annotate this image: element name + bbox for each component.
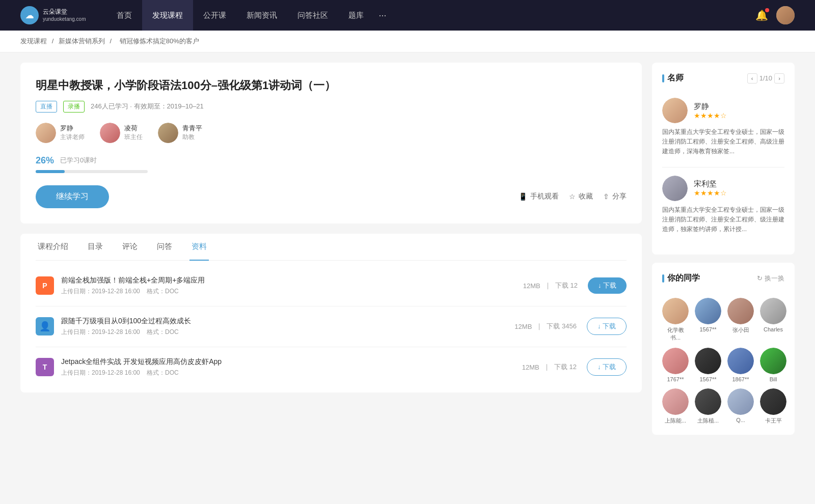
next-teacher-btn[interactable]: › <box>774 73 784 83</box>
teacher-page-num: 1/10 <box>759 74 772 82</box>
content-area: 明星中教授课，小学阶段语法100分–强化级第1讲动词（一） 直播 录播 246人… <box>20 63 642 443</box>
student-6-avatar <box>695 348 721 374</box>
action-buttons: 📱 手机观看 ☆ 收藏 ⇧ 分享 <box>519 192 627 201</box>
nav-qa[interactable]: 问答社区 <box>287 0 338 31</box>
download-button-2[interactable]: ↓ 下载 <box>587 318 627 335</box>
main-container: 明星中教授课，小学阶段语法100分–强化级第1讲动词（一） 直播 录播 246人… <box>0 52 815 453</box>
progress-bar-fill <box>36 170 65 173</box>
student-3-avatar <box>727 298 754 324</box>
student-12[interactable]: 卡王平 <box>760 388 786 425</box>
breadcrumb-discover[interactable]: 发现课程 <box>20 37 47 45</box>
resource-icon-2: 👤 <box>36 317 54 335</box>
resource-title-1: 前端全栈加强版！前端全栈+全周期+多端应用 <box>61 276 523 285</box>
student-5[interactable]: 1767** <box>662 348 689 382</box>
student-7[interactable]: 1867** <box>727 348 754 382</box>
resource-size-1: 12MB <box>523 282 540 290</box>
resource-sep-1: ｜ <box>545 281 551 290</box>
download-button-3[interactable]: ↓ 下载 <box>587 358 627 376</box>
student-2[interactable]: 1567** <box>695 298 721 342</box>
teachers-list: 罗静 主讲老师 凌荷 班主任 <box>36 123 627 143</box>
nav-discover[interactable]: 发现课程 <box>142 0 193 31</box>
tab-review[interactable]: 评论 <box>120 234 140 261</box>
teacher-3: 青青平 助教 <box>158 123 202 143</box>
resource-info-1: 前端全栈加强版！前端全栈+全周期+多端应用 上传日期：2019-12-28 16… <box>61 276 523 296</box>
teacher-divider <box>662 167 784 167</box>
teacher-2-avatar <box>100 123 120 143</box>
student-10-name: 土陈植... <box>697 417 719 425</box>
nav-home[interactable]: 首页 <box>106 0 142 31</box>
teacher-2-role: 班主任 <box>124 133 143 142</box>
user-avatar[interactable] <box>776 6 795 24</box>
famous-teachers-card: 名师 ‹ 1/10 › 罗静 ★★★★☆ 国内 <box>652 63 795 255</box>
nav-open-course[interactable]: 公开课 <box>193 0 236 31</box>
mobile-view-button[interactable]: 📱 手机观看 <box>519 192 559 201</box>
nav-quiz[interactable]: 题库 <box>338 0 374 31</box>
progress-header: 26% 已学习0课时 <box>36 155 627 166</box>
student-9[interactable]: 上陈能... <box>662 388 689 425</box>
course-meta: 直播 录播 246人已学习 · 有效期至：2019–10–21 <box>36 101 627 113</box>
refresh-icon: ↻ <box>757 274 763 282</box>
student-1[interactable]: 化学教书... <box>662 298 689 342</box>
logo-text: 云朵课堂yunduoketang.com <box>43 8 86 23</box>
student-1-name: 化学教书... <box>662 326 689 342</box>
resource-meta-2: 上传日期：2019-12-28 16:00 格式：DOC <box>61 328 514 337</box>
tab-intro[interactable]: 课程介绍 <box>36 234 70 261</box>
nav-more[interactable]: ··· <box>374 10 392 21</box>
collect-label: 收藏 <box>579 192 593 201</box>
resource-meta-3: 上传日期：2019-12-28 16:00 格式：DOC <box>61 369 522 377</box>
sidebar-teacher-2-header: 宋利坚 ★★★★☆ <box>662 176 784 201</box>
sidebar-teacher-1-desc: 国内某重点大学安全工程专业硕士，国家一级注册消防工程师、注册安全工程师、高级注册… <box>662 127 784 157</box>
resource-title-2: 跟随千万级项目从0到100全过程高效成长 <box>61 317 514 326</box>
student-4-avatar <box>760 298 786 324</box>
tab-catalog[interactable]: 目录 <box>86 234 105 261</box>
teacher-1-role: 主讲老师 <box>60 133 85 142</box>
teacher-2: 凌荷 班主任 <box>100 123 143 143</box>
tab-qa[interactable]: 问答 <box>155 234 174 261</box>
resource-item-1: P 前端全栈加强版！前端全栈+全周期+多端应用 上传日期：2019-12-28 … <box>36 266 627 306</box>
notification-bell[interactable]: 🔔 <box>755 9 768 21</box>
famous-teachers-title: 名师 ‹ 1/10 › <box>662 73 784 90</box>
breadcrumb-series[interactable]: 新媒体营销系列 <box>59 37 105 45</box>
download-button-1[interactable]: ↓ 下载 <box>588 277 627 294</box>
share-button[interactable]: ⇧ 分享 <box>603 192 627 201</box>
resource-downloads-3: 下载 12 <box>554 362 577 372</box>
nav-news[interactable]: 新闻资讯 <box>236 0 287 31</box>
sidebar-teacher-1-avatar <box>662 98 688 123</box>
student-12-avatar <box>760 388 786 415</box>
logo[interactable]: ☁ 云朵课堂yunduoketang.com <box>20 6 86 24</box>
tabs-section: 课程介绍 目录 评论 问答 资料 P 前端全栈加强版！前端全栈+全周期+多端应用… <box>20 234 642 393</box>
student-5-name: 1767** <box>667 376 684 382</box>
sidebar-teacher-2-name: 宋利坚 <box>694 179 727 189</box>
sidebar-teacher-1-info: 罗静 ★★★★☆ <box>694 102 727 120</box>
student-7-avatar <box>727 348 754 374</box>
student-8[interactable]: Bill <box>760 348 786 382</box>
refresh-classmates-btn[interactable]: ↻ 换一换 <box>757 274 784 283</box>
student-4[interactable]: Charles <box>760 298 786 342</box>
sidebar-teacher-2: 宋利坚 ★★★★☆ 国内某重点大学安全工程专业硕士，国家一级注册消防工程师、注册… <box>662 176 784 235</box>
sidebar-teacher-2-avatar <box>662 176 688 201</box>
logo-icon: ☁ <box>20 6 39 24</box>
student-6-name: 1567** <box>699 376 716 382</box>
continue-study-button[interactable]: 继续学习 <box>36 185 109 208</box>
badge-live: 直播 <box>36 101 57 113</box>
student-3[interactable]: 张小田 <box>727 298 754 342</box>
teacher-1: 罗静 主讲老师 <box>36 123 85 143</box>
share-icon: ⇧ <box>603 192 609 201</box>
resource-item-3: T Jetpack全组件实战 开发短视频应用高仿皮皮虾App 上传日期：2019… <box>36 347 627 387</box>
resource-size-3: 12MB <box>522 363 539 371</box>
collect-button[interactable]: ☆ 收藏 <box>569 192 593 201</box>
student-11[interactable]: Q... <box>727 388 754 425</box>
resource-sep-3: ｜ <box>544 362 550 372</box>
teacher-2-name: 凌荷 <box>124 124 143 133</box>
student-4-name: Charles <box>764 326 783 332</box>
sidebar: 名师 ‹ 1/10 › 罗静 ★★★★☆ 国内 <box>652 63 795 443</box>
student-6[interactable]: 1567** <box>695 348 721 382</box>
student-2-name: 1567** <box>699 326 716 332</box>
classmates-card: 你的同学 ↻ 换一换 化学教书... 1567** <box>652 263 795 435</box>
student-10[interactable]: 土陈植... <box>695 388 721 425</box>
student-10-avatar <box>695 388 721 415</box>
sidebar-teacher-1-name: 罗静 <box>694 102 727 111</box>
tab-resource[interactable]: 资料 <box>189 234 209 261</box>
header-right: 🔔 <box>755 6 795 24</box>
prev-teacher-btn[interactable]: ‹ <box>747 73 757 83</box>
